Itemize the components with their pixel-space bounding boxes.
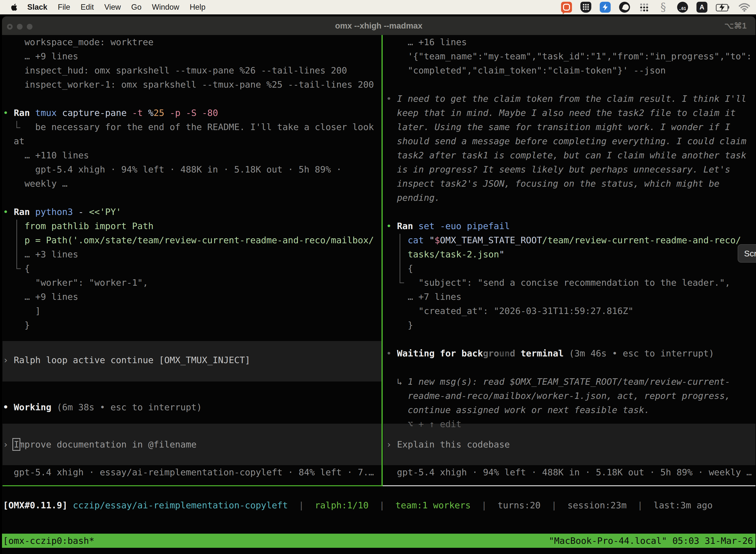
terminal-line: p = Path('.omx/state/team/review-current… [3,233,374,247]
terminal-line: '{"team_name":"my-team","task_id":"1","f… [386,49,752,63]
terminal-line: › Explain this codebase [386,437,510,451]
menu-item-file[interactable]: File [58,3,70,12]
wifi-icon[interactable] [739,2,750,13]
apple-menu-icon[interactable] [11,3,17,11]
terminal-line: "subject": "send a concise recommendatio… [386,276,730,290]
menu-item-go[interactable]: Go [131,3,141,12]
menu-bar: SlackFileEditViewGoWindowHelp § ..61 A [0,0,756,14]
terminal-line: } [3,318,30,332]
terminal-line: task2 after task1 is complete, but can I… [386,148,746,162]
terminal-window: omx --xhigh --madmax ⌥⌘1 workspace_mode:… [2,16,756,554]
terminal-line: inspect task2's JSON, focusing on the st… [386,176,719,190]
moon-crescent-icon[interactable] [619,2,630,13]
menu-item-window[interactable]: Window [152,3,179,12]
terminal-line: … +9 lines [3,290,78,304]
terminal-line: { [386,261,413,276]
terminal-line: continue assigned work or next feasible … [386,403,649,417]
window-shortcut-hint: ⌥⌘1 [724,16,747,35]
terminal-line: ⌥ + ↑ edit [386,417,461,431]
terminal-line: • Waiting for background terminal (3m 46… [386,346,714,361]
terminal-content: workspace_mode: worktree … +9 lines insp… [2,35,756,554]
window-title: omx --xhigh --madmax [2,16,756,35]
terminal-line: › Ralph loop active continue [OMX_TMUX_I… [3,353,250,367]
terminal-line: gpt-5.4 xhigh · 94% left · 488K in · 5.1… [386,465,752,479]
battery-nub [728,6,729,9]
terminal-line: ↳ 1 new msg(s): read $OMX_TEAM_STATE_ROO… [386,375,730,389]
terminal-line: at [3,134,24,148]
tmux-session-label: [omx-cczip0:bash* [3,534,94,548]
terminal-line: … +9 lines [3,49,78,63]
terminal-line: cat "$OMX_TEAM_STATE_ROOT/team/review-cu… [386,233,741,247]
keyboard-grid-icon[interactable] [580,2,591,13]
battery-charging-icon[interactable] [716,3,730,11]
chat-bubble-shape [563,4,570,11]
badge-61-icon[interactable]: ..61 [677,2,688,13]
terminal-line: … +16 lines [386,35,467,49]
terminal-line: inspect_hud: omx sparkshell --tmux-pane … [3,63,347,77]
terminal-line: • Working (6m 38s • esc to interrupt) [3,400,202,414]
menu-item-list: SlackFileEditViewGoWindowHelp [27,3,205,12]
terminal-line: workspace_mode: worktree [3,35,153,49]
dots-grid-icon[interactable] [638,2,649,13]
letter-a-icon[interactable]: A [696,2,707,13]
menu-item-slack[interactable]: Slack [27,3,47,12]
screen-tooltip: Scre [738,244,756,263]
terminal-line: { [3,261,30,276]
menu-item-view[interactable]: View [104,3,121,12]
terminal-line: • Ran set -euo pipefail [386,219,510,233]
terminal-line: gpt-5.4 xhigh · 94% left · 488K in · 5.1… [3,162,341,176]
terminal-line: be necessary for the end of the README. … [3,120,374,134]
terminal-line: • Ran python3 - <<'PY' [3,205,121,219]
terminal-line: … +110 lines [3,148,89,162]
menu-item-help[interactable]: Help [190,3,206,12]
terminal-line: "worker": "worker-1", [3,276,148,290]
terminal-line: weekly … [3,176,67,190]
chat-app-icon[interactable] [561,2,572,13]
terminal-line: } [386,318,413,332]
terminal-line: later. Using the same for transition mig… [386,120,730,134]
window-title-bar[interactable]: omx --xhigh --madmax ⌥⌘1 [2,16,756,35]
terminal-line: › Improve documentation in @filename [3,437,196,451]
terminal-line: tasks/task-2.json" [386,247,504,261]
terminal-line: ] [3,304,41,318]
terminal-line: readme-and-reco/mailbox/worker-1.json, a… [386,389,730,403]
tmux-status-bar: [omx-cczip0:bash* "MacBook-Pro-44.local"… [2,534,756,548]
terminal-line: gpt-5.4 xhigh · essay/ai-reimplementatio… [3,465,374,479]
squiggle-icon[interactable]: § [658,2,669,13]
active-pane-border [2,485,383,486]
inactive-pane-border [383,485,756,486]
terminal-line: • Ran tmux capture-pane -t %25 -p -S -80 [3,106,218,120]
terminal-line: keep that in mind. Maybe I also need the… [386,106,736,120]
terminal-line: "created_at": "2026-03-31T11:59:27.816Z" [386,304,633,318]
terminal-line: … +7 lines [386,290,461,304]
terminal-line: should send a message before completing … [386,134,746,148]
tmux-host-clock: "MacBook-Pro-44.local" 05:03 31-Mar-26 [549,534,753,548]
terminal-line: inspect_worker-1: omx sparkshell --tmux-… [3,77,374,92]
terminal-line: • I need to get the claim token from the… [386,92,746,106]
pane-divider[interactable] [381,35,383,486]
terminal-line: from pathlib import Path [3,219,153,233]
terminal-line: [OMX#0.11.9] cczip/essay/ai-reimplementa… [3,498,712,512]
terminal-line: "completed","claim_token":"claim-token"}… [386,63,666,77]
menu-item-edit[interactable]: Edit [81,3,94,12]
blue-bolt-icon[interactable] [600,2,611,13]
terminal-line: … +3 lines [3,247,78,261]
terminal-line: is in progress? It seems likely but perh… [386,162,730,176]
menu-status-icons: § ..61 A [561,2,756,13]
terminal-line: pending. [386,190,440,205]
